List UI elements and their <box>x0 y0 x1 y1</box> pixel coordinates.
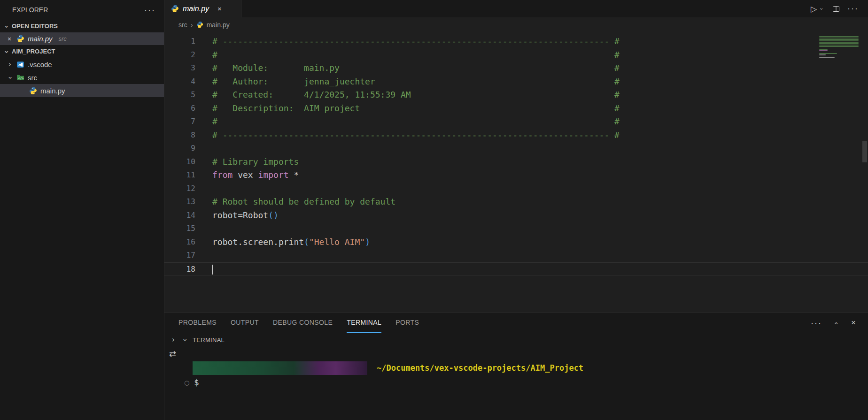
line-number: 7 <box>164 115 195 129</box>
tab-close-icon[interactable]: × <box>217 5 222 13</box>
code-line-10[interactable]: 10# Library imports <box>164 155 868 169</box>
python-file-icon <box>29 87 37 95</box>
code-line-11[interactable]: 11from vex import * <box>164 168 868 182</box>
code-text: from vex import * <box>195 168 299 182</box>
panel-tab-problems[interactable]: PROBLEMS <box>178 313 217 333</box>
panel-close-icon[interactable]: × <box>851 318 856 328</box>
code-line-18[interactable]: 18 <box>164 262 868 276</box>
terminal[interactable]: ⇄ ~/Documents/vex-vscode-projects/AIM_Pr… <box>164 347 868 420</box>
code-text: # Library imports <box>195 155 299 169</box>
python-icon <box>171 5 179 13</box>
open-editors-section-header[interactable]: › OPEN EDITORS <box>0 20 164 32</box>
code-text: # Robot should be defined by default <box>195 195 395 209</box>
code-line-2[interactable]: 2# # <box>164 48 868 62</box>
breadcrumb-main-py[interactable]: main.py <box>207 21 230 29</box>
bottom-panel: PROBLEMSOUTPUTDEBUG CONSOLETERMINALPORTS… <box>164 313 868 420</box>
minimap[interactable] <box>819 36 860 61</box>
breadcrumb-separator-icon: › <box>191 21 193 29</box>
line-number: 4 <box>164 75 195 89</box>
line-number: 3 <box>164 61 195 75</box>
python-icon <box>16 35 24 43</box>
minimap-line <box>819 42 859 43</box>
panel-tab-debug-console[interactable]: DEBUG CONSOLE <box>273 313 333 333</box>
line-number: 11 <box>164 168 195 182</box>
text-cursor <box>212 265 213 275</box>
src-folder-icon: </> <box>16 74 24 82</box>
code-line-16[interactable]: 16robot.screen.print("Hello AIM") <box>164 236 868 249</box>
tab-main-py[interactable]: main.py × <box>164 0 242 17</box>
code-line-7[interactable]: 7# # <box>164 115 868 129</box>
code-line-1[interactable]: 1# -------------------------------------… <box>164 35 868 48</box>
code-line-13[interactable]: 13# Robot should be defined by default <box>164 195 868 209</box>
code-line-9[interactable]: 9 <box>164 142 868 155</box>
code-line-6[interactable]: 6# Description: AIM project # <box>164 102 868 115</box>
tree-item-.vscode[interactable]: ›.vscode <box>0 58 164 71</box>
vscode-folder-icon <box>16 61 24 69</box>
swap-arrows-icon[interactable]: ⇄ <box>169 349 176 359</box>
code-line-17[interactable]: 17 <box>164 249 868 262</box>
code-line-15[interactable]: 15 <box>164 222 868 236</box>
code-editor[interactable]: 1# -------------------------------------… <box>164 32 868 313</box>
minimap-line <box>819 39 859 40</box>
minimap-line <box>819 46 859 47</box>
panel-tab-output[interactable]: OUTPUT <box>231 313 259 333</box>
code-text: # Description: AIM project # <box>195 102 620 115</box>
code-text: # --------------------------------------… <box>195 35 620 48</box>
code-text <box>195 222 212 236</box>
code-line-12[interactable]: 12 <box>164 182 868 196</box>
editor-scrollbar[interactable] <box>862 141 867 162</box>
run-dropdown-chevron-icon: › <box>819 6 825 12</box>
code-line-5[interactable]: 5# Created: 4/1/2025, 11:55:39 AM # <box>164 88 868 102</box>
minimap-line <box>819 57 835 58</box>
tree-item-src[interactable]: ›</>src <box>0 71 164 84</box>
terminal-banner-gradient <box>193 361 367 375</box>
terminal-section-header[interactable]: › › TERMINAL <box>164 333 868 347</box>
panel-maximize-chevron-icon[interactable]: › <box>832 320 840 327</box>
command-decoration-circle-icon[interactable]: ○ <box>184 379 189 386</box>
open-editors-label: OPEN EDITORS <box>12 23 58 30</box>
code-line-4[interactable]: 4# Author: jenna_juechter # <box>164 75 868 89</box>
code-text <box>195 142 212 155</box>
python-icon <box>196 21 203 28</box>
explorer-title: EXPLORER <box>12 6 48 14</box>
run-button[interactable]: ▷ › <box>811 4 825 14</box>
minimap-line <box>819 50 828 51</box>
explorer-more-actions-icon[interactable]: ··· <box>144 5 155 15</box>
tree-item-main.py[interactable]: main.py <box>0 84 164 97</box>
line-number: 16 <box>164 236 195 249</box>
code-text: # # <box>195 48 620 62</box>
line-number: 17 <box>164 249 195 262</box>
code-line-8[interactable]: 8# -------------------------------------… <box>164 129 868 142</box>
code-text <box>195 182 212 196</box>
open-editor-item[interactable]: ×main.pysrc <box>0 32 164 45</box>
project-name-label: AIM_PROJECT <box>12 48 55 55</box>
editor-more-actions-icon[interactable]: ··· <box>847 4 859 14</box>
chevron-down-icon: › <box>7 75 14 81</box>
panel-tab-terminal[interactable]: TERMINAL <box>347 313 381 333</box>
chevron-right-icon[interactable]: › <box>170 336 177 344</box>
explorer-header: EXPLORER ··· <box>0 0 164 20</box>
code-text: robot.screen.print("Hello AIM") <box>195 236 370 249</box>
panel-tab-ports[interactable]: PORTS <box>395 313 419 333</box>
terminal-prompt-row: ○ $ <box>184 376 868 389</box>
code-line-3[interactable]: 3# Module: main.py # <box>164 61 868 75</box>
project-section-header[interactable]: › AIM_PROJECT <box>0 45 164 58</box>
minimap-line <box>819 53 837 54</box>
open-editors-list: ×main.pysrc <box>0 32 164 45</box>
split-editor-button[interactable] <box>832 5 840 13</box>
minimap-line <box>819 36 859 37</box>
run-icon: ▷ <box>811 4 817 14</box>
close-icon[interactable]: × <box>6 35 13 43</box>
line-number: 18 <box>164 263 195 275</box>
code-text: # --------------------------------------… <box>195 129 620 142</box>
line-number: 13 <box>164 195 195 209</box>
code-line-14[interactable]: 14robot=Robot() <box>164 209 868 222</box>
line-number: 5 <box>164 88 195 102</box>
panel-tabbar: PROBLEMSOUTPUTDEBUG CONSOLETERMINALPORTS… <box>164 313 868 333</box>
line-number: 8 <box>164 129 195 142</box>
breadcrumb-src[interactable]: src <box>178 21 187 29</box>
minimap-line <box>819 45 859 46</box>
panel-more-actions-icon[interactable]: ··· <box>811 318 822 328</box>
line-number: 12 <box>164 182 195 196</box>
minimap-line <box>819 54 826 55</box>
